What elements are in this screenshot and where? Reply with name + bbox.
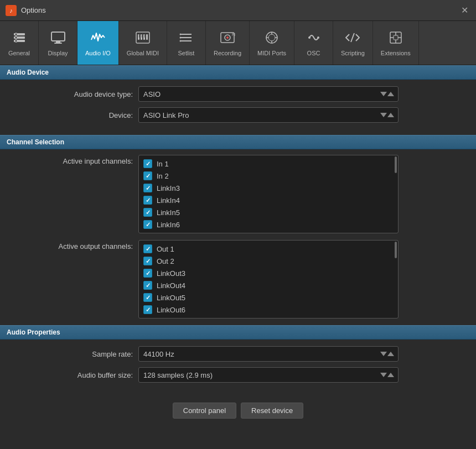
tab-scripting[interactable]: Scripting xyxy=(333,21,373,65)
output-channels-list: Out 1 Out 2 LinkOut3 LinkOut4 LinkOut5 xyxy=(138,240,399,319)
svg-point-34 xyxy=(317,36,319,39)
close-button[interactable]: ✕ xyxy=(459,6,469,15)
device-label: Device: xyxy=(11,111,133,119)
svg-point-25 xyxy=(226,36,229,39)
display-icon xyxy=(50,30,66,48)
output-ch6-checkbox[interactable] xyxy=(143,305,152,314)
buffer-size-label: Audio buffer size: xyxy=(11,371,133,379)
svg-point-28 xyxy=(268,34,275,41)
svg-rect-13 xyxy=(146,34,148,40)
tab-osc-label: OSC xyxy=(307,50,320,56)
scripting-icon xyxy=(345,30,360,48)
sample-rate-label: Sample rate: xyxy=(11,350,133,358)
input-channel-item: LinkIn3 xyxy=(139,182,398,194)
audio-properties-header: Audio Properties xyxy=(0,325,476,340)
output-scrollbar[interactable] xyxy=(395,242,397,258)
input-channels-row: Active input channels: In 1 In 2 LinkIn3 xyxy=(11,155,465,233)
svg-rect-15 xyxy=(142,34,143,38)
channel-selection-section: Active input channels: In 1 In 2 LinkIn3 xyxy=(0,149,476,319)
input-channel-item: LinkIn6 xyxy=(139,218,398,231)
extensions-icon xyxy=(388,30,403,48)
tab-extensions[interactable]: Extensions xyxy=(373,21,419,65)
output-ch3-label: LinkOut3 xyxy=(157,269,185,278)
output-ch1-label: Out 1 xyxy=(157,245,174,253)
input-ch4-checkbox[interactable] xyxy=(143,196,152,205)
content-area: Audio Device Audio device type: ASIO Dev… xyxy=(0,65,476,449)
input-channel-item: In 1 xyxy=(139,158,398,170)
svg-rect-39 xyxy=(394,35,398,40)
input-ch5-label: LinkIn5 xyxy=(157,208,180,217)
svg-point-20 xyxy=(180,33,182,35)
input-ch6-checkbox[interactable] xyxy=(143,220,152,229)
output-channels-row: Active output channels: Out 1 Out 2 Link… xyxy=(11,240,465,319)
svg-line-35 xyxy=(351,33,354,42)
input-channels-list: In 1 In 2 LinkIn3 LinkIn4 LinkIn5 xyxy=(138,155,399,233)
setlist-icon xyxy=(178,30,194,48)
osc-icon xyxy=(306,30,322,48)
tab-recording-label: Recording xyxy=(214,50,241,56)
svg-rect-7 xyxy=(56,41,60,43)
bottom-buttons: Control panel Reset device xyxy=(0,395,476,426)
device-control: ASIO Link Pro xyxy=(138,107,399,123)
input-ch3-label: LinkIn3 xyxy=(157,184,180,192)
output-ch2-label: Out 2 xyxy=(157,257,174,265)
output-ch2-checkbox[interactable] xyxy=(143,257,152,265)
device-type-row: Audio device type: ASIO xyxy=(0,86,476,102)
audio-io-icon xyxy=(90,30,106,48)
tab-midi-ports[interactable]: MIDI Ports xyxy=(250,21,294,65)
device-type-control: ASIO xyxy=(138,86,399,102)
input-ch3-checkbox[interactable] xyxy=(143,184,152,192)
global-midi-icon xyxy=(135,30,151,48)
output-channel-item: LinkOut3 xyxy=(139,267,398,279)
tab-display-label: Display xyxy=(48,50,68,56)
output-ch4-checkbox[interactable] xyxy=(143,281,152,290)
input-ch6-label: LinkIn6 xyxy=(157,221,180,229)
title-bar: ♪ Options ✕ xyxy=(0,0,476,21)
input-ch1-checkbox[interactable] xyxy=(143,159,152,168)
input-ch2-checkbox[interactable] xyxy=(143,171,152,180)
input-scrollbar[interactable] xyxy=(395,156,397,173)
svg-point-21 xyxy=(180,36,182,38)
tab-display[interactable]: Display xyxy=(39,21,77,65)
svg-rect-8 xyxy=(54,43,62,44)
output-ch5-label: LinkOut5 xyxy=(157,294,185,302)
sample-rate-select[interactable]: 44100 Hz xyxy=(138,346,399,362)
tab-recording[interactable]: REC Recording xyxy=(206,21,250,65)
output-channel-item: LinkOut6 xyxy=(139,304,398,316)
svg-rect-16 xyxy=(144,34,146,38)
device-select[interactable]: ASIO Link Pro xyxy=(138,107,399,123)
tab-audio-io-label: Audio I/O xyxy=(85,50,111,56)
output-channel-item: Out 2 xyxy=(139,255,398,267)
tab-general[interactable]: General xyxy=(0,21,39,65)
svg-point-22 xyxy=(180,40,182,41)
input-channel-item: LinkIn5 xyxy=(139,206,398,218)
output-ch5-checkbox[interactable] xyxy=(143,293,152,302)
tab-global-midi-label: Global MIDI xyxy=(127,50,159,56)
output-channel-item: Out 1 xyxy=(139,243,398,255)
reset-device-button[interactable]: Reset device xyxy=(241,403,303,419)
general-icon xyxy=(12,30,27,48)
output-ch1-checkbox[interactable] xyxy=(143,244,152,253)
tab-setlist[interactable]: Setlist xyxy=(167,21,206,65)
tab-osc[interactable]: OSC xyxy=(294,21,333,65)
app-icon: ♪ xyxy=(6,5,17,16)
output-channel-item: LinkOut4 xyxy=(139,279,398,291)
input-ch2-label: In 2 xyxy=(157,172,169,180)
window-title: Options xyxy=(21,6,46,14)
tab-setlist-label: Setlist xyxy=(178,50,194,56)
tab-global-midi[interactable]: Global MIDI xyxy=(119,21,167,65)
output-ch3-checkbox[interactable] xyxy=(143,269,152,278)
input-ch5-checkbox[interactable] xyxy=(143,208,152,217)
control-panel-button[interactable]: Control panel xyxy=(173,403,236,419)
buffer-size-select[interactable]: 128 samples (2.9 ms) xyxy=(138,367,399,383)
svg-text:REC: REC xyxy=(232,33,235,36)
channel-selection-header: Channel Selection xyxy=(0,135,476,149)
audio-device-header: Audio Device xyxy=(0,65,476,80)
svg-point-4 xyxy=(15,36,17,39)
tab-scripting-label: Scripting xyxy=(341,50,365,56)
tab-audio-io[interactable]: Audio I/O xyxy=(77,21,119,65)
svg-point-33 xyxy=(308,36,311,39)
svg-point-5 xyxy=(15,40,17,42)
device-type-select[interactable]: ASIO xyxy=(138,86,399,102)
input-channel-item: In 2 xyxy=(139,170,398,182)
